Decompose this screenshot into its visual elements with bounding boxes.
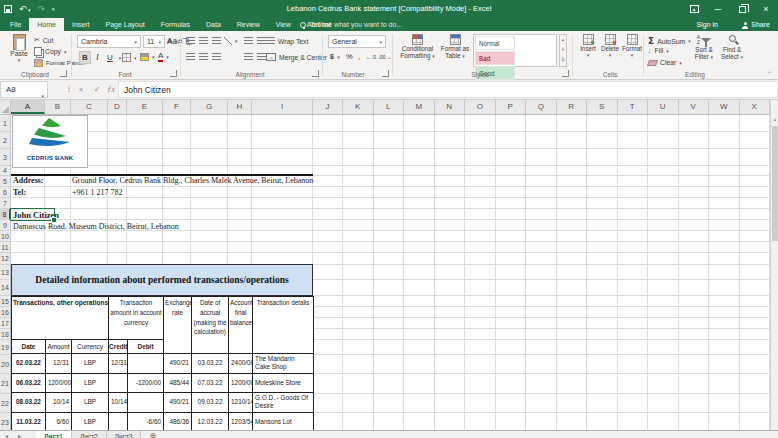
clear-button[interactable]: Clear▾ (648, 59, 682, 66)
column-header-I[interactable]: I (252, 100, 313, 114)
scroll-up-icon[interactable]: ▴ (771, 116, 778, 122)
horizontal-align-icons[interactable] (186, 53, 221, 61)
alignment-dialog-launcher-icon[interactable] (312, 70, 319, 77)
section-title-cell[interactable]: Detailed information about performed tra… (11, 264, 313, 296)
header-details[interactable]: Transaction details (253, 297, 314, 354)
row-header-14[interactable]: 14 (0, 280, 11, 296)
number-format-combo[interactable]: General▾ (328, 35, 386, 48)
cell-credit[interactable]: 10/14 (109, 393, 128, 413)
column-header-R[interactable]: R (557, 100, 588, 114)
restore-button[interactable] (730, 0, 754, 18)
cell-credit[interactable]: 12/31 (109, 354, 128, 374)
cell-date[interactable]: 08.03.22 (12, 393, 46, 413)
column-header-V[interactable]: V (679, 100, 710, 114)
row-header-16[interactable]: 16 (0, 307, 11, 318)
address-value[interactable]: Ground Floor, Cedrus Bank Bldg., Charles… (72, 176, 313, 185)
row-header-5[interactable]: 5 (0, 176, 11, 187)
delete-cells-button[interactable]: × Delete ▾ (599, 34, 621, 58)
cell-debit[interactable]: -1200/00 (128, 373, 164, 393)
cut-button[interactable]: ✂Cut (34, 36, 53, 44)
row-header-22[interactable]: 22 (0, 394, 11, 414)
cell-currency[interactable]: LBP (72, 354, 109, 374)
row-header-19[interactable]: 19 (0, 340, 11, 355)
format-painter-button[interactable]: Format Painter (34, 59, 86, 67)
row-header-4[interactable]: 4 (0, 166, 11, 176)
column-header-G[interactable]: G (191, 100, 228, 114)
cell-debit[interactable] (128, 393, 164, 413)
insert-cells-button[interactable]: + Insert ▾ (577, 34, 599, 58)
column-header-H[interactable]: H (228, 100, 252, 114)
header-accrual-date[interactable]: Date of accrual (making the calculation) (192, 297, 229, 354)
italic-button[interactable]: I (93, 51, 102, 64)
cell-style-item[interactable]: Normal (475, 36, 515, 50)
cell-accrual-date[interactable]: 09.03.22 (192, 393, 229, 413)
row-header-12[interactable]: 12 (0, 253, 11, 265)
underline-button[interactable]: U▾ (104, 51, 121, 64)
row-header-1[interactable]: 1 (0, 115, 11, 132)
cell-exchange-rate[interactable]: 490/21 (164, 354, 192, 374)
cell-balance[interactable]: 1203/54 (229, 412, 253, 430)
select-all-button[interactable] (0, 100, 11, 114)
column-header-D[interactable]: D (108, 100, 127, 114)
cell-currency[interactable]: LBP (72, 412, 109, 430)
cell-details[interactable]: G.O.D. - Goods Of Desire (253, 393, 314, 413)
confirm-entry-icon[interactable]: ✓ (90, 81, 104, 98)
ribbon-display-options-icon[interactable]: ▴ (682, 0, 706, 18)
cell-accrual-date[interactable]: 03.03.22 (192, 354, 229, 374)
row-header-3[interactable]: 3 (0, 149, 11, 166)
column-header-C[interactable]: C (71, 100, 108, 114)
address-label[interactable]: Address: (13, 176, 44, 185)
cell-debit[interactable]: -6/60 (128, 412, 164, 430)
font-size-combo[interactable]: 11▾ (143, 35, 165, 48)
cell-credit[interactable] (109, 412, 128, 430)
row-header-9[interactable]: 9 (0, 220, 11, 231)
column-header-M[interactable]: M (404, 100, 435, 114)
row-header-11[interactable]: 11 (0, 242, 11, 253)
row-header-13[interactable]: 13 (0, 265, 11, 280)
subheader-date[interactable]: Date (12, 340, 46, 354)
format-cells-button[interactable]: Format ▾ (621, 34, 643, 58)
row-header-21[interactable]: 21 (0, 374, 11, 394)
cell-date[interactable]: 02.03.22 (12, 354, 46, 374)
customer-address-cell[interactable]: Damascus Road, Museum District, Beirut, … (13, 222, 179, 231)
cell-details[interactable]: Mansons Lot (253, 412, 314, 430)
paste-button[interactable]: Paste ▾ (6, 34, 32, 63)
ribbon-tab[interactable]: File (2, 18, 29, 31)
borders-icon[interactable]: ▾ (122, 53, 137, 62)
cell-balance[interactable]: 2400/00 (229, 354, 253, 374)
column-header-W[interactable]: W (709, 100, 740, 114)
column-header-P[interactable]: P (496, 100, 527, 114)
cell-date[interactable]: 11.03.22 (12, 412, 46, 430)
number-dialog-launcher-icon[interactable] (382, 70, 389, 77)
find-select-button[interactable]: Find & Select ▾ (718, 34, 746, 60)
cell-exchange-rate[interactable]: 490/21 (164, 393, 192, 413)
column-header-E[interactable]: E (127, 100, 163, 114)
row-header-23[interactable]: 23 (0, 413, 11, 430)
ribbon-tab[interactable]: Review (229, 18, 268, 31)
subheader-debit[interactable]: Debit (128, 340, 164, 354)
accounting-format-icon[interactable]: $▾ (330, 52, 340, 61)
column-header-S[interactable]: S (587, 100, 618, 114)
font-family-combo[interactable]: Cambria▾ (77, 35, 141, 48)
cell-amount[interactable]: 10/14 (46, 393, 72, 413)
new-sheet-icon[interactable]: ⊕ (149, 431, 156, 438)
cell-debit[interactable] (128, 354, 164, 374)
percent-style-icon[interactable]: % (346, 52, 353, 61)
header-operations[interactable]: Transactions, other operations (12, 297, 109, 340)
row-header-20[interactable]: 20 (0, 355, 11, 375)
styles-dialog-launcher-icon[interactable] (562, 70, 569, 77)
column-header-N[interactable]: N (435, 100, 466, 114)
fill-button[interactable]: ↓Fill▾ (648, 47, 669, 54)
row-header-17[interactable]: 17 (0, 318, 11, 329)
header-exchange-rate[interactable]: Exchange rate (164, 297, 192, 354)
cell-balance[interactable]: 1210/14 (229, 393, 253, 413)
row-header-6[interactable]: 6 (0, 187, 11, 198)
cell-amount[interactable]: 1200/00 (46, 373, 72, 393)
close-button[interactable]: × (754, 0, 778, 18)
share-button[interactable]: Share (742, 18, 770, 31)
ribbon-tab[interactable]: Insert (64, 18, 98, 31)
increase-decimal-icon[interactable]: ←.0 (366, 54, 376, 60)
collapse-ribbon-icon[interactable]: ⌃ (767, 70, 772, 77)
ribbon-tab[interactable]: Formulas (153, 18, 198, 31)
column-header-L[interactable]: L (374, 100, 405, 114)
